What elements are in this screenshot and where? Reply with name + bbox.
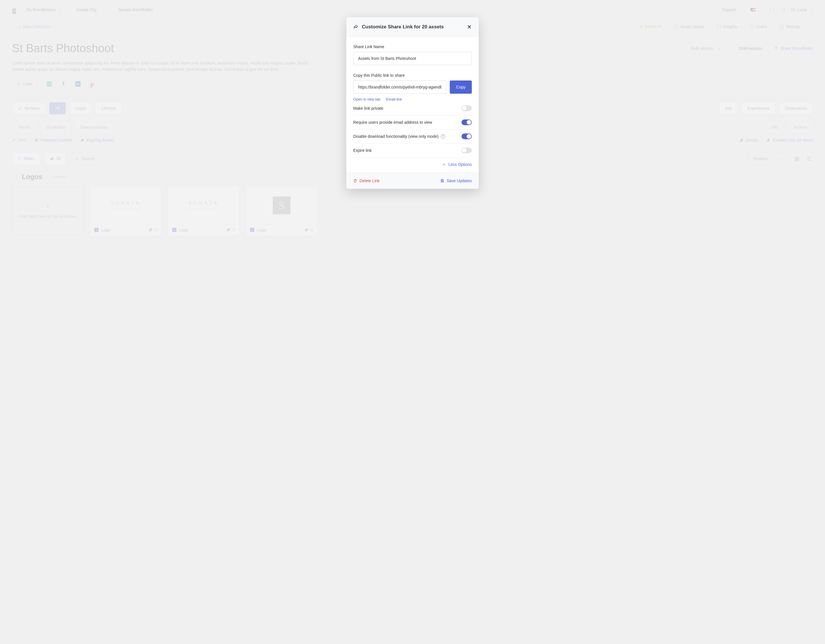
toggle-disable-download-row: Disable download functionality (view onl… [353,130,472,144]
share-link-input[interactable] [353,80,446,94]
share-name-label: Share Link Name [353,45,472,49]
trash-icon [353,179,357,183]
copy-button[interactable]: Copy [450,80,472,94]
modal-footer: Delete Link Save Updates [346,173,479,189]
toggle-label: Expire link [353,148,372,153]
modal-title: Customize Share Link for 20 assets [362,24,444,30]
chevron-up-icon [442,162,446,167]
close-icon[interactable]: ✕ [467,23,472,30]
less-options-label: Less Options [448,162,472,167]
save-updates-label: Save Updates [446,179,472,183]
delete-link-button[interactable]: Delete Link [353,179,380,183]
email-link[interactable]: Email link [386,97,402,101]
open-new-tab-link[interactable]: Open in new tab [353,97,380,101]
toggle-disable-download[interactable] [462,133,472,139]
share-link-modal: Customize Share Link for 20 assets ✕ Sha… [346,17,479,189]
copy-link-label: Copy this Public link to share [353,73,472,78]
sublinks: Open in new tab Email link [353,97,472,101]
toggle-expire-row: Expire link [353,144,472,158]
help-icon[interactable]: ? [441,134,445,139]
save-updates-button[interactable]: Save Updates [440,179,472,183]
toggle-label: Require users provide email address to v… [353,120,432,125]
toggle-private-row: Make link private [353,101,472,116]
toggle-expire[interactable] [462,148,472,153]
toggle-label: Make link private [353,106,383,111]
delete-link-label: Delete Link [360,179,380,183]
modal-overlay: Customize Share Link for 20 assets ✕ Sha… [0,0,825,242]
toggle-label: Disable download functionality (view onl… [353,134,439,139]
toggle-require-email-row: Require users provide email address to v… [353,116,472,130]
less-options-toggle[interactable]: Less Options [353,158,472,167]
share-arrow-icon [353,24,358,29]
modal-header: Customize Share Link for 20 assets ✕ [346,17,479,37]
save-icon [440,179,444,183]
toggle-private[interactable] [462,105,472,111]
modal-body: Share Link Name Copy this Public link to… [346,37,479,173]
toggle-require-email[interactable] [462,119,472,125]
share-name-input[interactable] [353,52,472,65]
